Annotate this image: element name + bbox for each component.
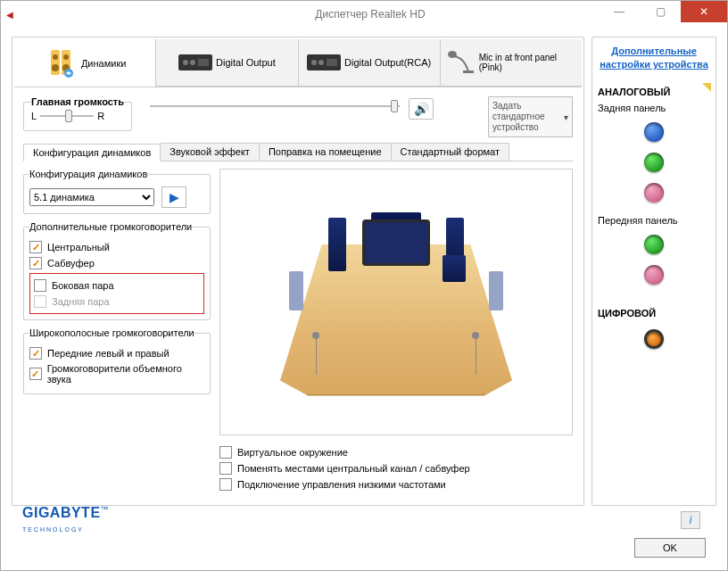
set-default-device-button[interactable]: Задать стандартное устройство ▾	[488, 96, 573, 137]
main-panel: Динамики Digital Output Digital Output(R…	[12, 37, 584, 506]
content: Динамики Digital Output Digital Output(R…	[1, 28, 727, 570]
ok-button[interactable]: OK	[634, 538, 706, 558]
minimize-button[interactable]: —	[599, 1, 640, 22]
rear-right-stand-icon	[476, 339, 476, 375]
rear-panel-label: Задняя панель	[598, 103, 710, 113]
rear-left-stand-icon	[316, 339, 317, 375]
mute-button[interactable]: 🔊	[409, 98, 434, 120]
subwoofer-icon	[443, 255, 466, 282]
front-panel-label: Передняя панель	[598, 215, 710, 226]
speaker-config-group: Конфигурация динамиков 5.1 динамика ▶	[23, 169, 211, 214]
speakers-icon	[44, 48, 78, 79]
speaker-icon: 🔊	[414, 102, 429, 116]
jack-digital-orange[interactable]	[644, 329, 664, 349]
analog-section-title: АНАЛОГОВЫЙ	[598, 87, 710, 97]
optional-speakers-group: Дополнительные громкоговорители ✓Централ…	[23, 221, 211, 320]
master-volume-legend: Главная громкость	[31, 96, 124, 107]
tab-label: Mic in at front panel (Pink)	[479, 53, 580, 72]
svg-rect-14	[327, 59, 337, 66]
svg-point-12	[311, 60, 317, 65]
jack-front-green[interactable]	[644, 235, 664, 254]
jack-rear-blue[interactable]	[644, 122, 664, 142]
window-controls: — ▢ ✕	[599, 1, 727, 22]
check-subwoofer[interactable]: ✓Сабвуфер	[29, 257, 204, 269]
config-column: Конфигурация динамиков 5.1 динамика ▶	[23, 169, 211, 494]
check-center[interactable]: ✓Центральный	[29, 241, 204, 253]
tab-label: Digital Output	[216, 57, 276, 68]
svg-point-2	[53, 54, 58, 60]
side-right-speaker-icon	[489, 271, 503, 310]
app-icon: ◀	[6, 10, 13, 20]
svg-rect-16	[463, 70, 474, 73]
bottom-checks: ✓Виртуальное окружение ✓Поменять местами…	[219, 443, 573, 494]
tab-digital-output-rca[interactable]: Digital Output(RCA)	[299, 39, 441, 87]
fullrange-speakers-group: Широкополосные громкоговорители ✓Передни…	[23, 327, 211, 394]
dialog-buttons: OK	[12, 533, 716, 567]
device-tabs: Динамики Digital Output Digital Output(R…	[14, 39, 582, 87]
brand-logo: GIGABYTE™ TECHNOLOGY	[22, 506, 109, 534]
subtab-speaker-config[interactable]: Конфигурация динамиков	[23, 144, 161, 161]
tab-label: Digital Output(RCA)	[344, 57, 431, 68]
titlebar: ◀ Диспетчер Realtek HD — ▢ ✕	[1, 1, 727, 28]
check-swap-center-sub[interactable]: ✓Поменять местами центральный канал / са…	[219, 462, 573, 475]
speaker-layout-preview[interactable]	[219, 169, 573, 435]
play-icon: ▶	[170, 190, 179, 204]
volume-slider[interactable]	[150, 105, 400, 107]
svg-point-9	[190, 60, 195, 65]
window: ◀ Диспетчер Realtek HD — ▢ ✕ Динамики	[0, 0, 728, 571]
amplifier-icon	[307, 47, 341, 78]
subtabs: Конфигурация динамиков Звуковой эффект П…	[23, 143, 573, 161]
optional-speakers-legend: Дополнительные громкоговорители	[29, 221, 192, 232]
front-left-speaker-icon	[328, 218, 346, 271]
tab-mic-front-pink[interactable]: Mic in at front panel (Pink)	[441, 39, 582, 87]
tv-icon	[362, 219, 430, 266]
speaker-config-legend: Конфигурация динамиков	[29, 169, 147, 179]
jack-rear-pink[interactable]	[644, 183, 664, 203]
tab-speakers[interactable]: Динамики	[14, 39, 156, 87]
balance-slider[interactable]: L R	[31, 111, 124, 121]
digital-section-title: ЦИФРОВОЙ	[598, 308, 710, 319]
tab-digital-output[interactable]: Digital Output	[156, 39, 298, 87]
fullrange-speakers-legend: Широкополосные громкоговорители	[29, 327, 194, 338]
side-left-speaker-icon	[289, 271, 303, 310]
highlighted-pair-box: ✓Боковая пара ✓Задняя пара	[29, 273, 204, 314]
speaker-config-page: Конфигурация динамиков 5.1 динамика ▶	[23, 169, 573, 494]
jack-front-pink[interactable]	[644, 265, 664, 285]
preview-column: ✓Виртуальное окружение ✓Поменять местами…	[219, 169, 573, 494]
info-button[interactable]: i	[681, 511, 700, 529]
balance-left-label: L	[31, 111, 37, 121]
check-bass-management[interactable]: ✓Подключение управления низкими частотам…	[219, 478, 573, 491]
check-surround[interactable]: ✓Громкоговорители объемного звука	[29, 363, 204, 385]
maximize-button[interactable]: ▢	[640, 1, 681, 22]
connector-panel: Дополнительные настройки устройства АНАЛ…	[592, 37, 716, 506]
speaker-config-select[interactable]: 5.1 динамика	[29, 188, 154, 206]
close-button[interactable]: ✕	[681, 1, 727, 22]
advanced-device-settings-link[interactable]: Дополнительные настройки устройства	[598, 45, 710, 72]
svg-point-4	[52, 64, 59, 71]
subtab-sound-effect[interactable]: Звуковой эффект	[160, 143, 260, 161]
check-side-pair[interactable]: ✓Боковая пара	[34, 279, 200, 292]
amplifier-icon	[178, 47, 212, 78]
svg-point-8	[183, 60, 188, 65]
play-test-button[interactable]: ▶	[161, 186, 186, 208]
footer: GIGABYTE™ TECHNOLOGY i	[12, 506, 716, 533]
check-rear-pair: ✓Задняя пара	[34, 295, 200, 308]
microphone-icon	[443, 47, 476, 78]
default-button-label: Задать стандартное устройство	[492, 101, 562, 133]
check-virtual-surround[interactable]: ✓Виртуальное окружение	[219, 446, 573, 459]
subtab-default-format[interactable]: Стандартный формат	[391, 143, 509, 161]
tab-label: Динамики	[81, 58, 126, 69]
svg-point-13	[318, 60, 324, 65]
chevron-down-icon: ▾	[564, 112, 568, 122]
jack-rear-green[interactable]	[644, 153, 664, 172]
master-volume-group: Главная громкость L R	[23, 96, 132, 131]
master-volume-row: Главная громкость L R 🔊 Задать стандартн	[14, 87, 582, 139]
subtab-room-correction[interactable]: Поправка на помещение	[259, 143, 392, 161]
svg-rect-10	[198, 59, 209, 66]
svg-point-3	[63, 54, 69, 60]
balance-right-label: R	[97, 111, 104, 121]
check-front-lr[interactable]: ✓Передние левый и правый	[29, 347, 204, 360]
